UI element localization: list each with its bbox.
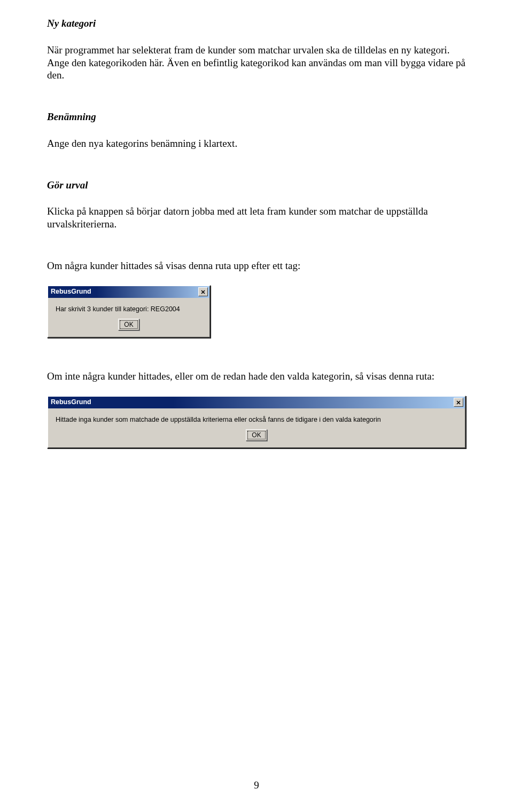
close-icon[interactable] (198, 287, 208, 296)
dialog-notfound-titlebar: RebusGrund (48, 397, 465, 408)
para-ny-kategori: När programmet har selekterat fram de ku… (47, 44, 466, 82)
heading-gor-urval: Gör urval (47, 179, 466, 192)
dialog-found: RebusGrund Har skrivit 3 kunder till kat… (47, 285, 211, 338)
ok-button[interactable]: OK (118, 319, 139, 330)
para-after-notfound: Om inte några kunder hittades, eller om … (47, 370, 466, 383)
dialog-found-message: Har skrivit 3 kunder till kategori: REG2… (56, 305, 202, 314)
dialog-found-titlebar: RebusGrund (48, 286, 209, 298)
para-after-found: Om några kunder hittades så visas denna … (47, 259, 466, 272)
page-number: 9 (0, 779, 513, 792)
close-icon[interactable] (454, 398, 463, 407)
dialog-notfound: RebusGrund Hittade inga kunder som match… (47, 396, 466, 448)
dialog-notfound-message: Hittade inga kunder som matchade de upps… (56, 416, 457, 424)
heading-ny-kategori: Ny kategori (47, 17, 466, 30)
ok-button[interactable]: OK (246, 429, 267, 441)
para-benamning: Ange den nya kategorins benämning i klar… (47, 137, 466, 150)
dialog-found-title: RebusGrund (51, 288, 91, 296)
dialog-notfound-title: RebusGrund (51, 398, 91, 407)
para-gor-urval: Klicka på knappen så börjar datorn jobba… (47, 205, 466, 231)
heading-benamning: Benämning (47, 111, 466, 123)
